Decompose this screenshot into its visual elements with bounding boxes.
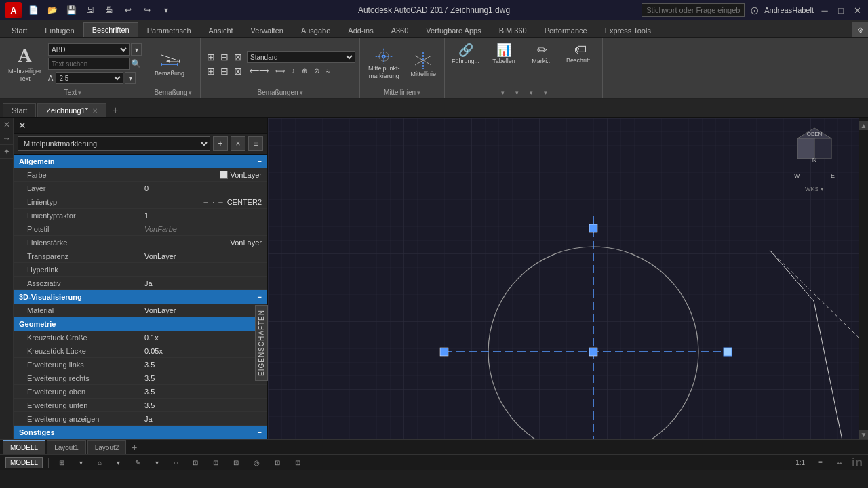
mittellinien-expand[interactable]: ▾ [417,89,420,96]
font-size-select[interactable]: 2.5 [56,72,123,84]
save-btn[interactable]: 💾 [64,3,79,18]
workspace-btn[interactable]: ≡ [814,457,827,468]
beschrift-btn[interactable]: 🏷 Beschrift... [564,40,598,66]
beschrift-expand[interactable]: ▾ [544,89,547,96]
tab-beschriften[interactable]: Beschriften [83,22,138,37]
handle-right[interactable] [724,348,732,356]
object-type-select[interactable]: Mittelpunktmarkierung [18,136,210,151]
left-tab-move[interactable]: ↔ [0,131,14,145]
tabellen-btn[interactable]: 📊 Tabellen [488,40,520,67]
bema-expand[interactable]: ▾ [189,89,192,96]
tab-start[interactable]: Start [3,22,36,37]
tab-einfuegen[interactable]: Einfügen [36,22,83,37]
ortho-dropdown-btn[interactable]: ▾ [151,457,163,468]
tab-bim360[interactable]: BIM 360 [490,22,536,37]
scroll-down-btn[interactable]: ▼ [859,430,869,439]
bema-icon-btn5[interactable]: ⊘ [311,64,322,77]
selection-btn[interactable]: ⊡ [270,457,285,468]
snap-btn[interactable]: ⌂ [93,457,106,468]
text-group-expand[interactable]: ▾ [78,89,81,96]
bema-icon-btn6[interactable]: ≈ [323,64,333,77]
layout-tab-modell[interactable]: MODELL [3,440,45,454]
handle-left[interactable] [440,348,448,356]
font-size-dropdown-btn[interactable]: ▾ [125,72,136,84]
fullscreen-btn[interactable]: ↔ [831,457,848,468]
section-geometrie[interactable]: Geometrie − [14,317,267,331]
bema-icon-btn2[interactable]: ⟺ [273,64,288,77]
tab-performance[interactable]: Performance [536,22,596,37]
tab-ansicht[interactable]: Ansicht [200,22,242,37]
qa-more-btn[interactable]: ▾ [159,3,174,18]
bema-large-btn[interactable]: ◀——▶ Bemaßung [151,45,189,83]
save-as-btn[interactable]: 🖫 [83,3,98,18]
scroll-up-btn[interactable]: ▲ [859,121,869,130]
layout-tab-layout1[interactable]: Layout1 [47,440,86,454]
section-allgemein[interactable]: Allgemein − [14,155,267,168]
grid-dropdown-btn[interactable]: ▾ [75,457,87,468]
grid-align-btn3[interactable]: ⊠ [232,51,244,63]
polar-btn[interactable]: ○ [169,457,182,468]
prop-add-btn[interactable]: + [213,136,228,151]
osnap-btn[interactable]: ⊡ [188,457,203,468]
tab-parametrisch[interactable]: Parametrisch [138,22,200,37]
minimize-btn[interactable]: ─ [819,5,830,16]
transparency-btn[interactable]: ◎ [249,457,264,468]
ribbon-settings-btn[interactable]: ⚙ [852,22,868,37]
ortho-btn[interactable]: ✎ [130,457,145,468]
doc-tab-close-btn[interactable]: ✕ [92,107,98,115]
bema-icon-btn4[interactable]: ⊕ [299,64,310,77]
prop-remove-btn[interactable]: × [231,136,245,151]
bema-style-select[interactable]: Standard [247,51,355,63]
marki-expand[interactable]: ▾ [530,89,533,96]
open-btn[interactable]: 📂 [45,3,60,18]
mittelpunkt-btn[interactable]: Mittelpunkt-markierung [364,45,404,83]
section-sonstiges[interactable]: Sonstiges − [14,426,267,439]
viewcube-container[interactable]: OBEN W N E WKS ▾ [791,125,838,182]
print-btn[interactable]: 🖶 [102,3,117,18]
grid-align-btn4[interactable]: ⊞ [205,65,217,77]
text-style-btn[interactable]: ▾ [131,43,142,56]
handle-center[interactable] [589,348,597,356]
marki-btn[interactable]: ✏ Marki... [526,40,558,67]
mittellinie-btn[interactable]: Mittellinie [407,45,441,83]
tabellen-expand[interactable]: ▾ [515,89,519,96]
bema-icon-btn1[interactable]: ⟵⟶ [247,64,271,77]
doc-tab-start[interactable]: Start [3,103,36,117]
add-tab-btn[interactable]: + [108,102,123,117]
grid-align-btn5[interactable]: ⊟ [218,65,231,77]
panel-close-btn[interactable]: ✕ [16,119,28,131]
text-search-input[interactable] [48,58,130,70]
modell-status-btn[interactable]: MODELL [5,457,43,468]
doc-tab-zeichnung1[interactable]: Zeichnung1* ✕ [37,103,106,117]
fuehrung-btn[interactable]: 🔗 Führung... [449,40,482,67]
otrack-btn[interactable]: ⊡ [208,457,223,468]
grid-align-btn1[interactable]: ⊞ [205,51,217,63]
handle-top[interactable] [589,224,597,232]
snap-dropdown-btn[interactable]: ▾ [112,457,125,468]
grid-align-btn2[interactable]: ⊟ [218,51,231,63]
fuehrung-expand[interactable]: ▾ [501,89,505,96]
search-input[interactable] [642,3,745,17]
bema-icon-btn3[interactable]: ↕ [289,64,298,77]
bema-ungen-expand[interactable]: ▾ [300,89,303,96]
canvas-area[interactable]: ▷ OBEN W N E WKS ▾ [268,118,859,439]
prop-menu-btn[interactable]: ≡ [248,136,263,151]
tab-add-ins[interactable]: Add-ins [339,22,382,37]
undo-btn[interactable]: ↩ [121,3,136,18]
section-3d-vis[interactable]: 3D-Visualisierung − [14,290,267,304]
tab-verfuegbare[interactable]: Verfügbare Apps [417,22,490,37]
tab-a360[interactable]: A360 [382,22,418,37]
close-btn[interactable]: ✕ [852,5,863,16]
text-style-select[interactable]: ABD [48,43,130,56]
left-tab-close[interactable]: ✕ [0,118,14,131]
new-btn[interactable]: 📄 [26,3,41,18]
tab-verwalten[interactable]: Verwalten [242,22,292,37]
color-swatch[interactable] [220,171,228,179]
maximize-btn[interactable]: □ [835,5,846,16]
scale-btn[interactable]: 1:1 [791,457,810,468]
annotation-btn[interactable]: ⊡ [290,457,305,468]
grid-align-btn6[interactable]: ⊠ [232,65,244,77]
tab-ausgabe[interactable]: Ausgabe [292,22,339,37]
layout-tab-add-btn[interactable]: + [127,440,141,454]
eigenschaften-tab[interactable]: EIGENSCHAFTEN [255,305,268,381]
